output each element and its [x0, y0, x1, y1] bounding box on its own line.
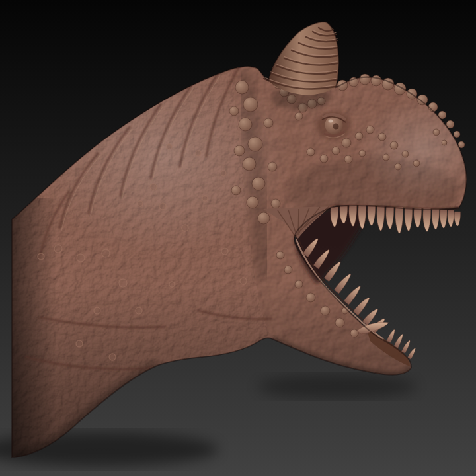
pebble	[395, 163, 401, 170]
pebble	[359, 150, 366, 157]
pebble	[307, 148, 315, 156]
bump	[138, 201, 143, 206]
bump	[159, 203, 166, 210]
bump	[109, 354, 116, 360]
sculpt-viewport	[0, 0, 476, 476]
bump	[38, 253, 44, 260]
pebble	[355, 132, 363, 140]
pebble	[383, 154, 389, 161]
bump	[221, 248, 228, 255]
eye	[317, 111, 351, 140]
pebble	[320, 155, 328, 163]
pebble	[402, 151, 409, 157]
bump	[182, 225, 188, 231]
jaw-shadow	[258, 375, 416, 399]
bump	[54, 245, 62, 253]
bump	[240, 278, 247, 284]
pebble	[252, 177, 265, 190]
pebble	[247, 196, 258, 208]
pebble	[271, 199, 280, 208]
pebble	[268, 162, 277, 171]
pebble	[321, 306, 330, 315]
pebble	[417, 95, 428, 105]
bump	[119, 279, 127, 287]
bump	[77, 254, 85, 262]
pebble	[454, 131, 460, 138]
bump	[150, 184, 157, 190]
pebble	[248, 137, 262, 151]
bump	[102, 249, 110, 257]
pebble	[284, 266, 292, 274]
pebble	[378, 133, 386, 141]
bump	[169, 282, 175, 287]
pebble	[433, 129, 440, 136]
pebble	[243, 97, 258, 112]
membrane-fold	[298, 209, 299, 235]
pebble	[295, 280, 303, 288]
bump	[94, 307, 100, 314]
pebble	[295, 112, 303, 120]
pebble	[342, 138, 351, 147]
pebble	[366, 126, 374, 134]
bump	[167, 144, 172, 149]
pebble	[234, 145, 245, 156]
pebble	[239, 118, 252, 131]
pebble	[235, 81, 249, 94]
bump	[76, 340, 83, 347]
pebble	[332, 147, 340, 155]
bump	[196, 151, 201, 156]
bump	[136, 307, 142, 314]
bump	[221, 171, 226, 176]
pebble	[231, 186, 241, 195]
pebble	[390, 141, 398, 149]
pebble	[344, 155, 352, 163]
pebble	[413, 160, 420, 167]
cut-edge-shade	[11, 198, 57, 463]
pebble	[442, 140, 447, 145]
pebble	[258, 212, 270, 224]
pebble	[243, 157, 256, 171]
pebble	[276, 251, 284, 259]
bump	[202, 196, 208, 201]
eye-specular	[329, 120, 333, 123]
pebble	[360, 74, 370, 85]
pebble	[306, 293, 315, 302]
pebble	[264, 118, 273, 128]
pebble	[229, 106, 239, 116]
pebble	[335, 318, 344, 327]
pupil	[333, 124, 339, 130]
